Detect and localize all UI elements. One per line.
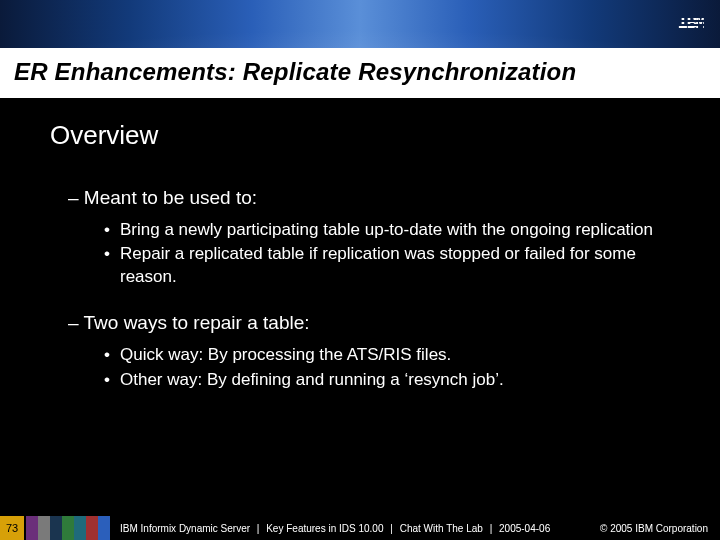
stripe-icon [98, 516, 110, 540]
copyright-text: © 2005 IBM Corporation [600, 523, 720, 534]
breadcrumb: IBM Informix Dynamic Server | Key Featur… [110, 523, 600, 534]
bullet-item: Repair a replicated table if replication… [104, 243, 686, 288]
overview-heading: Overview [50, 120, 686, 151]
slide-root: IBM ER Enhancements: Replicate Resynchro… [0, 0, 720, 540]
breadcrumb-item: Chat With The Lab [400, 523, 483, 534]
stripe-icon [26, 516, 38, 540]
decorative-stripes [26, 516, 110, 540]
stripe-icon [86, 516, 98, 540]
bullet-item: Quick way: By processing the ATS/RIS fil… [104, 344, 686, 366]
section-heading: Two ways to repair a table: [68, 312, 686, 334]
slide-title: ER Enhancements: Replicate Resynchroniza… [0, 48, 720, 98]
breadcrumb-item: 2005-04-06 [499, 523, 550, 534]
slide-body: Overview Meant to be used to: Bring a ne… [0, 98, 720, 391]
banner-highlight [0, 18, 720, 48]
breadcrumb-separator: | [253, 523, 264, 534]
breadcrumb-separator: | [386, 523, 397, 534]
bullet-list: Quick way: By processing the ATS/RIS fil… [104, 344, 686, 391]
section-heading-text: Meant to be used to: [84, 187, 257, 208]
ibm-logo: IBM [678, 14, 704, 32]
bullet-item: Other way: By defining and running a ‘re… [104, 369, 686, 391]
breadcrumb-item: Key Features in IDS 10.00 [266, 523, 383, 534]
top-banner: IBM [0, 0, 720, 48]
section-heading: Meant to be used to: [68, 187, 686, 209]
page-number: 73 [0, 516, 24, 540]
stripe-icon [74, 516, 86, 540]
breadcrumb-item: IBM Informix Dynamic Server [120, 523, 250, 534]
bullet-list: Bring a newly participating table up-to-… [104, 219, 686, 288]
breadcrumb-separator: | [486, 523, 497, 534]
stripe-icon [50, 516, 62, 540]
stripe-icon [62, 516, 74, 540]
footer: 73 IBM Informix Dynamic Server | Key Fea… [0, 516, 720, 540]
bullet-item: Bring a newly participating table up-to-… [104, 219, 686, 241]
section-heading-text: Two ways to repair a table: [84, 312, 310, 333]
stripe-icon [38, 516, 50, 540]
